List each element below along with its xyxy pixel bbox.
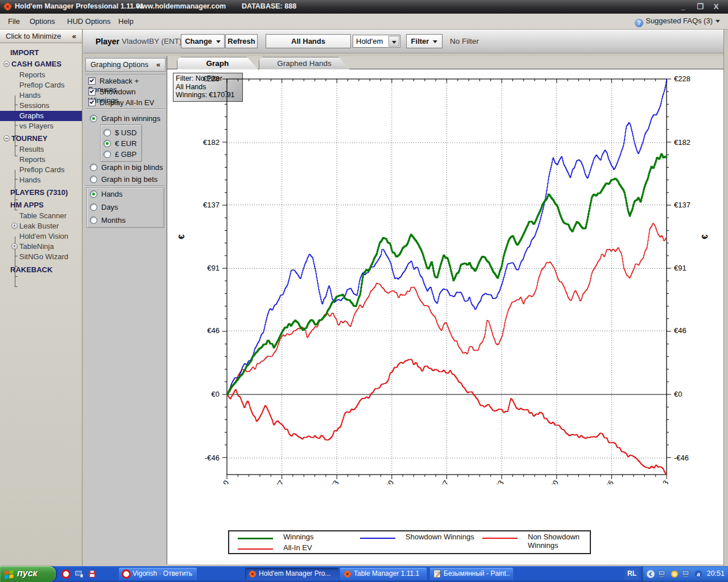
- collapse-tree-icon[interactable]: −: [3, 135, 10, 142]
- radio-by-months[interactable]: Months: [90, 216, 126, 225]
- radio-currency-usd[interactable]: $ USD: [104, 128, 136, 138]
- series-winnings: [227, 154, 667, 394]
- sidebar-item-rakeback[interactable]: RAKEBACK: [0, 265, 82, 275]
- sidebar-item-hm-apps[interactable]: HM APPS: [0, 200, 82, 210]
- radio-currency-eur[interactable]: € EUR: [104, 139, 136, 148]
- task-label: Table Manager 1.11.1: [354, 569, 423, 577]
- graphing-options-header[interactable]: Graphing Options«: [85, 58, 166, 72]
- sidebar-item-leak-buster[interactable]: +Leak Buster: [0, 221, 82, 231]
- collapse-tree-icon[interactable]: −: [3, 61, 10, 67]
- radio-graph-in-big-blinds[interactable]: Graph in big blinds: [90, 163, 163, 172]
- chevron-down-icon: [392, 41, 396, 44]
- quick-launch-opera-icon[interactable]: [61, 569, 71, 579]
- sidebar-item-table-scanner[interactable]: Table Scanner: [0, 211, 82, 221]
- task-paint[interactable]: Безымянный - Paint....: [430, 568, 513, 580]
- expand-tree-icon[interactable]: +: [11, 223, 18, 229]
- tab-graph[interactable]: Graph: [177, 57, 258, 69]
- radio-circle[interactable]: [90, 115, 97, 122]
- checkbox-box[interactable]: [88, 99, 96, 106]
- sidebar-item-tourney-preflop-cards[interactable]: Preflop Cards: [0, 165, 82, 175]
- combo-dropdown-button[interactable]: [388, 36, 399, 47]
- radio-graph-in-big-bets[interactable]: Graph in big bets: [90, 175, 158, 184]
- checkbox-box[interactable]: [88, 77, 96, 85]
- tree-tick: [15, 286, 18, 287]
- sidebar-item-cash-games[interactable]: −CASH GAMES: [0, 59, 82, 69]
- radio-label: Graph in winnings: [101, 114, 160, 123]
- task-vigorish[interactable]: Vigorish · Ответить -...: [119, 568, 197, 580]
- checkbox-showdown-winnings[interactable]: Showdown Winnings: [88, 88, 167, 97]
- player-toolbar: Player VladowIBY (ENT) Change Refresh Al…: [83, 30, 728, 53]
- all-hands-button[interactable]: All Hands: [266, 34, 351, 48]
- sidebar-item-cash-reports[interactable]: Reports: [0, 70, 82, 80]
- radio-by-hands[interactable]: Hands: [90, 190, 123, 199]
- sidebar-item-import[interactable]: IMPORT: [0, 48, 82, 58]
- close-button[interactable]: X: [709, 1, 723, 13]
- filter-button[interactable]: Filter: [406, 34, 442, 48]
- sidebar-item-tourney[interactable]: −TOURNEY: [0, 134, 82, 144]
- radio-label: Graph in big blinds: [101, 163, 163, 172]
- sidebar-item-tourney-results[interactable]: Results: [0, 144, 82, 155]
- sidebar-item-holdem-vision[interactable]: Hold'em Vision: [0, 231, 82, 242]
- checkbox-display-all-in-ev[interactable]: Display All-In EV: [88, 98, 154, 107]
- radio-circle[interactable]: [104, 140, 111, 147]
- game-select[interactable]: Hold'em: [353, 35, 400, 48]
- sidebar-item-tourney-reports[interactable]: Reports: [0, 155, 82, 165]
- quick-launch-show-desktop-icon[interactable]: [75, 569, 84, 579]
- checkbox-rakeback-bonuses[interactable]: Rakeback + Bonuses: [88, 77, 167, 86]
- svg-text:5077: 5077: [269, 479, 286, 484]
- svg-text:a: a: [697, 571, 700, 577]
- menu-options[interactable]: Options: [30, 17, 55, 26]
- svg-text:€46: €46: [207, 326, 220, 335]
- title-bar: Hold'em Manager Professional 1.11.01 www…: [0, 0, 728, 14]
- tab-graphed-hands[interactable]: Graphed Hands: [259, 57, 350, 69]
- radio-circle[interactable]: [90, 190, 97, 198]
- series-showdown-winnings: [227, 79, 667, 394]
- radio-by-days[interactable]: Days: [90, 203, 118, 212]
- task-table-manager[interactable]: Table Manager 1.11.1: [340, 568, 427, 580]
- sidebar-item-tableninja[interactable]: +TableNinja: [0, 242, 82, 252]
- hm-icon: [248, 569, 257, 578]
- refresh-button[interactable]: Refresh: [225, 34, 258, 48]
- checkbox-box[interactable]: [88, 88, 96, 95]
- radio-circle[interactable]: [104, 151, 111, 158]
- radio-circle[interactable]: [104, 129, 111, 136]
- task-holdem-manager[interactable]: Hold'em Manager Pro...: [245, 568, 338, 580]
- sidebar-item-cash-sessions[interactable]: Sessions: [0, 101, 82, 111]
- svg-text:0: 0: [221, 479, 230, 484]
- radio-currency-gbp[interactable]: £ GBP: [104, 150, 136, 159]
- task-label: Безымянный - Paint....: [444, 569, 510, 577]
- sidebar-item-cash-graphs[interactable]: Graphs: [0, 111, 82, 121]
- tray-monitor-icon[interactable]: [658, 569, 667, 579]
- start-button[interactable]: пуск: [0, 566, 56, 582]
- radio-graph-in-winnings[interactable]: Graph in winnings: [90, 114, 160, 123]
- sidebar-item-cash-vs-players[interactable]: vs Players: [0, 121, 82, 131]
- restore-button[interactable]: ❐: [693, 1, 708, 13]
- sidebar-item-cash-hands[interactable]: Hands: [0, 90, 82, 101]
- tray-gold-icon[interactable]: [670, 569, 679, 579]
- menu-file[interactable]: File: [8, 17, 20, 26]
- menu-hud-options[interactable]: HUD Options: [67, 17, 111, 26]
- quick-launch-floppy-icon[interactable]: [88, 569, 97, 579]
- sidebar-item-label: Hold'em Vision: [19, 231, 68, 242]
- radio-circle[interactable]: [90, 164, 97, 171]
- minimize-button[interactable]: _: [676, 1, 690, 13]
- sidebar-item-sitngo-wizard[interactable]: SitNGo Wizard: [0, 252, 82, 262]
- expand-tree-icon[interactable]: +: [11, 243, 18, 250]
- change-button[interactable]: Change: [181, 34, 225, 48]
- suggested-faqs[interactable]: ?Suggested FAQs (3): [635, 16, 720, 27]
- tray-avast-icon[interactable]: a: [694, 569, 703, 579]
- radio-circle[interactable]: [90, 217, 97, 224]
- checkmark-icon: [90, 89, 94, 93]
- radio-dot: [92, 117, 95, 120]
- windows-logo-icon: [4, 569, 14, 579]
- tray-chevron-icon[interactable]: [646, 569, 655, 579]
- sidebar-item-players[interactable]: PLAYERS (7310): [0, 188, 82, 198]
- click-to-minimize[interactable]: Click to Minimize«: [0, 30, 82, 43]
- sidebar-item-cash-preflop-cards[interactable]: Preflop Cards: [0, 80, 82, 90]
- language-indicator[interactable]: RL: [624, 568, 639, 580]
- radio-circle[interactable]: [90, 203, 97, 211]
- sidebar-item-tourney-hands[interactable]: Hands: [0, 175, 82, 185]
- radio-circle[interactable]: [90, 176, 97, 183]
- tray-monitor-icon[interactable]: [682, 569, 691, 579]
- menu-help[interactable]: Help: [118, 17, 134, 26]
